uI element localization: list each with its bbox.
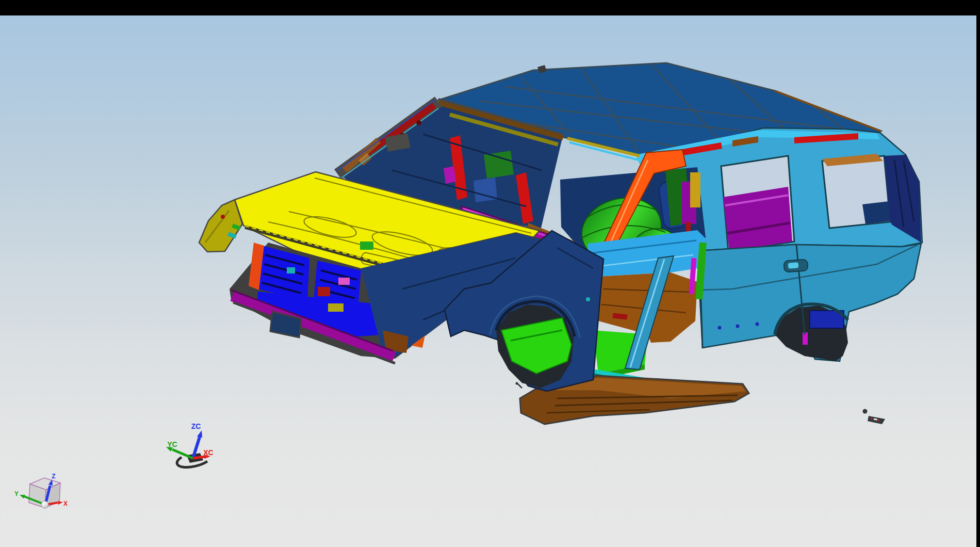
green-bit — [360, 242, 373, 250]
wcs-x-axis[interactable] — [193, 457, 205, 458]
viewport-3d[interactable]: ZC YC XC Z Y X — [0, 0, 980, 547]
corner-y-label: Y — [14, 490, 19, 497]
fender-tip-red-dot — [221, 215, 225, 219]
pink-bit — [338, 278, 350, 285]
corner-y-arrowhead — [20, 495, 25, 498]
top-black-bar — [0, 0, 980, 15]
quarter-window — [822, 154, 891, 228]
door-dot — [718, 326, 722, 330]
corner-x-label: X — [63, 500, 68, 507]
wcs-z-arrowhead — [197, 430, 202, 438]
door-dot — [736, 325, 740, 328]
red-bit — [318, 287, 330, 296]
wcs-y-axis[interactable] — [172, 449, 193, 458]
floating-parts — [863, 409, 886, 425]
small-part-dot — [863, 409, 868, 414]
sill-pin — [518, 384, 522, 388]
corner-origin-sphere — [41, 501, 48, 508]
corner-view-triad[interactable]: Z Y X — [14, 473, 68, 508]
wcs-y-label: YC — [167, 440, 177, 448]
cad-application-window: ZC YC XC Z Y X — [0, 0, 980, 547]
door-dot — [756, 323, 759, 326]
corner-x-arrowhead — [58, 501, 63, 505]
wcs-x-label: XC — [203, 448, 213, 457]
fender-tip — [199, 200, 242, 252]
olive-bit — [328, 303, 344, 312]
rear-wheel-arch — [775, 304, 848, 361]
small-part-red-dot — [871, 417, 873, 420]
teal-bit — [287, 267, 295, 274]
wcs-z-label: ZC — [191, 422, 201, 430]
corner-z-label: Z — [52, 473, 55, 480]
door-handle — [783, 259, 808, 272]
wcs-triad[interactable]: ZC YC XC — [166, 422, 214, 467]
car-model — [199, 63, 922, 424]
fender-hole — [586, 297, 590, 301]
rear-door-window — [721, 156, 794, 252]
right-black-bar — [976, 0, 980, 547]
small-part-red-dot — [878, 420, 880, 422]
sill-pin-head — [516, 382, 518, 385]
